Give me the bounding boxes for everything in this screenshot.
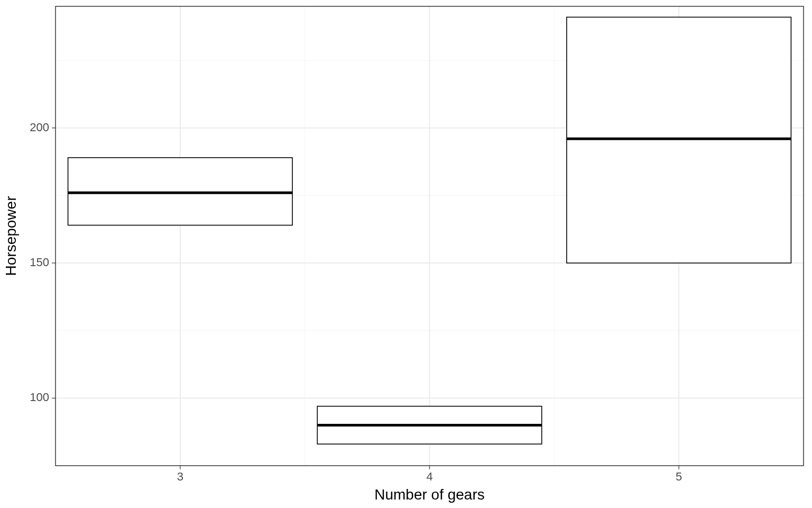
- x-tick-label: 3: [177, 470, 183, 483]
- box-5: [567, 17, 791, 263]
- box-3: [68, 158, 293, 225]
- x-axis-title: Number of gears: [374, 486, 485, 503]
- y-tick-label: 100: [30, 391, 49, 404]
- x-tick-label: 5: [676, 470, 682, 483]
- y-tick-label: 200: [30, 121, 49, 134]
- chart-svg: 100150200345Number of gearsHorsepower: [0, 0, 812, 508]
- y-axis-title: Horsepower: [3, 196, 19, 276]
- y-tick-label: 150: [30, 256, 49, 269]
- boxplot-chart: 100150200345Number of gearsHorsepower: [0, 0, 812, 508]
- x-tick-label: 4: [426, 470, 432, 483]
